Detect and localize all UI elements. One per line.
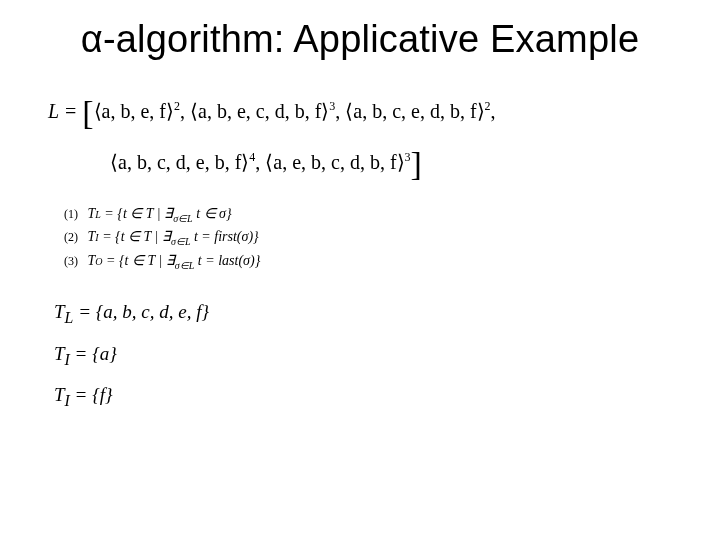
tl-lhs: T	[54, 301, 65, 322]
step-body-1: = {t ∈ T | ∃	[101, 206, 173, 221]
step-tail-1: t ∈ σ}	[193, 206, 232, 221]
step-body-2: = {t ∈ T | ∃	[99, 229, 171, 244]
trace-5: ⟨a, e, b, c, d, b, f⟩	[265, 151, 404, 173]
exp-4: 4	[249, 150, 255, 164]
step-3: (3) TO = {t ∈ T | ∃σ∈L t = last(σ)}	[64, 250, 672, 273]
step-esub-1: σ∈L	[173, 213, 193, 224]
step-2: (2) TI = {t ∈ T | ∃σ∈L t = first(σ)}	[64, 226, 672, 249]
exp-1: 2	[174, 99, 180, 113]
ti-lhs: T	[54, 343, 65, 364]
exp-2: 3	[329, 99, 335, 113]
log-line-1: L = [⟨a, b, e, f⟩2, ⟨a, b, e, c, d, b, f…	[48, 97, 672, 122]
tl-rhs: = {a, b, c, d, e, f}	[73, 301, 209, 322]
exp-3: 2	[485, 99, 491, 113]
trace-3: ⟨a, b, c, e, d, b, f⟩	[345, 100, 484, 122]
step-num-2: (2)	[64, 230, 78, 244]
slide: α-algorithm: Applicative Example L = [⟨a…	[0, 0, 720, 540]
ti-rhs: = {a}	[70, 343, 117, 364]
step-esub-3: σ∈L	[175, 259, 195, 270]
to-lhs: T	[54, 384, 65, 405]
step-sub-3: O	[95, 256, 102, 267]
trace-1: ⟨a, b, e, f⟩	[94, 100, 174, 122]
trace-2: ⟨a, b, e, c, d, b, f⟩	[190, 100, 329, 122]
results-block: TL = {a, b, c, d, e, f} TI = {a} TI = {f…	[54, 301, 672, 410]
close-bracket-icon: ]	[411, 154, 422, 174]
slide-title: α-algorithm: Applicative Example	[48, 18, 672, 61]
step-num-1: (1)	[64, 207, 78, 221]
result-ti: TI = {a}	[54, 343, 672, 369]
step-tail-3: t = last(σ)}	[194, 253, 260, 268]
log-prefix: L =	[48, 100, 82, 122]
step-tail-2: t = first(σ)}	[190, 229, 258, 244]
result-to: TI = {f}	[54, 384, 672, 410]
trace-4: ⟨a, b, c, d, e, b, f⟩	[110, 151, 249, 173]
log-line-2: ⟨a, b, c, d, e, b, f⟩4, ⟨a, e, b, c, d, …	[48, 148, 672, 173]
open-bracket-icon: [	[82, 103, 93, 123]
step-1: (1) TL = {t ∈ T | ∃σ∈L t ∈ σ}	[64, 203, 672, 226]
to-rhs: = {f}	[70, 384, 113, 405]
event-log: L = [⟨a, b, e, f⟩2, ⟨a, b, e, c, d, b, f…	[48, 97, 672, 173]
step-body-3: = {t ∈ T | ∃	[103, 253, 175, 268]
result-tl: TL = {a, b, c, d, e, f}	[54, 301, 672, 327]
step-num-3: (3)	[64, 254, 78, 268]
algorithm-steps: (1) TL = {t ∈ T | ∃σ∈L t ∈ σ} (2) TI = {…	[64, 203, 672, 273]
step-esub-2: σ∈L	[171, 236, 191, 247]
